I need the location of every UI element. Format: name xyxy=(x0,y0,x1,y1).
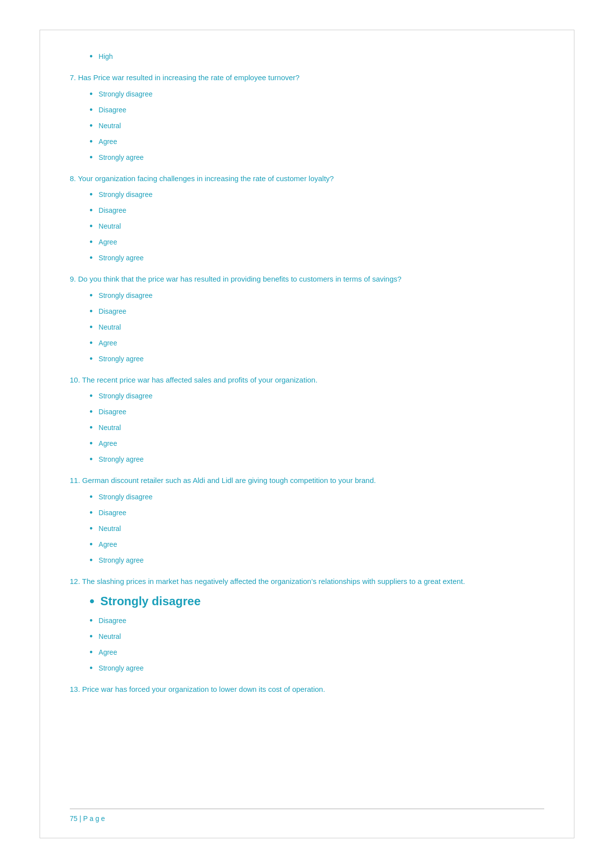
list-item: Agree xyxy=(90,236,544,249)
question-8-text: 8. Your organization facing challenges i… xyxy=(70,173,544,185)
list-item: Agree xyxy=(90,437,544,450)
list-item: Neutral xyxy=(90,421,544,434)
list-item: Strongly agree xyxy=(90,554,544,567)
list-item: Disagree xyxy=(90,506,544,520)
page-inner: High 7. Has Price war resulted in increa… xyxy=(40,30,574,838)
question-11: 11. German discount retailer such as Ald… xyxy=(70,475,544,567)
question-12-text: 12. The slashing prices in market has ne… xyxy=(70,576,544,587)
list-item: Strongly agree xyxy=(90,251,544,265)
list-item: Strongly agree xyxy=(90,662,544,675)
list-item: Disagree xyxy=(90,103,544,117)
list-item: Strongly disagree xyxy=(90,389,544,403)
question-10-options: Strongly disagree Disagree Neutral Agree… xyxy=(70,389,544,466)
question-12-options: Strongly disagree Disagree Neutral Agree… xyxy=(70,591,544,675)
list-item: Strongly disagree xyxy=(90,88,544,101)
list-item: Strongly disagree xyxy=(90,188,544,201)
list-item: Disagree xyxy=(90,405,544,419)
question-13-text: 13. Price war has forced your organizati… xyxy=(70,684,544,695)
page-number: 75 | P a g e xyxy=(70,815,105,822)
list-item: Agree xyxy=(90,337,544,350)
list-item: Strongly agree xyxy=(90,151,544,164)
list-item: Neutral xyxy=(90,321,544,334)
list-item: Disagree xyxy=(90,204,544,217)
question-10: 10. The recent price war has affected sa… xyxy=(70,375,544,467)
list-item: Neutral xyxy=(90,630,544,643)
question-7-text: 7. Has Price war resulted in increasing … xyxy=(70,72,544,84)
question-11-text: 11. German discount retailer such as Ald… xyxy=(70,475,544,486)
list-item: Strongly agree xyxy=(90,453,544,466)
question-8: 8. Your organization facing challenges i… xyxy=(70,173,544,265)
list-item: Disagree xyxy=(90,614,544,627)
page-container: High 7. Has Price war resulted in increa… xyxy=(0,0,614,868)
intro-bullet-item: High xyxy=(90,50,544,63)
list-item: Strongly agree xyxy=(90,352,544,366)
page-footer: 75 | P a g e xyxy=(70,809,544,823)
question-9: 9. Do you think that the price war has r… xyxy=(70,274,544,366)
list-item: Neutral xyxy=(90,220,544,233)
question-9-text: 9. Do you think that the price war has r… xyxy=(70,274,544,285)
question-7-options: Strongly disagree Disagree Neutral Agree… xyxy=(70,88,544,164)
list-item: Strongly disagree xyxy=(90,490,544,504)
list-item: Neutral xyxy=(90,522,544,535)
question-12: 12. The slashing prices in market has ne… xyxy=(70,576,544,675)
intro-bullet-list: High xyxy=(70,50,544,63)
question-9-options: Strongly disagree Disagree Neutral Agree… xyxy=(70,289,544,366)
list-item: Agree xyxy=(90,538,544,551)
list-item: Neutral xyxy=(90,119,544,133)
question-8-options: Strongly disagree Disagree Neutral Agree… xyxy=(70,188,544,265)
list-item-highlighted: Strongly disagree xyxy=(90,591,544,612)
question-13: 13. Price war has forced your organizati… xyxy=(70,684,544,695)
list-item: Agree xyxy=(90,135,544,148)
list-item: Disagree xyxy=(90,305,544,318)
question-11-options: Strongly disagree Disagree Neutral Agree… xyxy=(70,490,544,567)
question-7: 7. Has Price war resulted in increasing … xyxy=(70,72,544,164)
questions-section: 7. Has Price war resulted in increasing … xyxy=(70,72,544,695)
list-item: Agree xyxy=(90,646,544,659)
question-10-text: 10. The recent price war has affected sa… xyxy=(70,375,544,386)
list-item: Strongly disagree xyxy=(90,289,544,302)
